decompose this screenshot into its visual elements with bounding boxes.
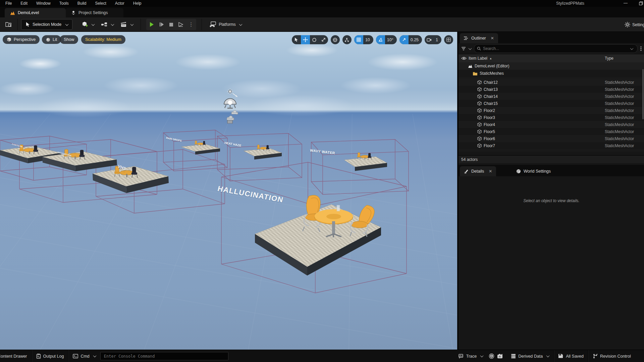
camera-icon — [427, 38, 432, 42]
minimize-button[interactable]: — — [621, 0, 631, 7]
tab-label: Project Settings — [78, 10, 108, 15]
revision-control-label: Revision Control — [600, 354, 631, 359]
move-tool-button[interactable] — [301, 35, 310, 44]
grid-snap-toggle[interactable] — [354, 35, 363, 44]
menu-item[interactable]: Actor — [115, 1, 124, 6]
menu-item[interactable]: Window — [36, 1, 51, 6]
scale-snap-control: 0.25 — [399, 35, 422, 44]
surface-snapping-button[interactable] — [342, 35, 352, 44]
scale-snap-value[interactable]: 0.25 — [409, 38, 422, 42]
all-saved-label: All Saved — [566, 354, 584, 359]
light-sprites[interactable] — [224, 88, 238, 123]
tab-outliner[interactable]: Outliner ✕ — [460, 33, 498, 43]
table-row[interactable]: Floor5 StaticMeshActor — [459, 128, 644, 135]
restore-button[interactable] — [636, 0, 644, 7]
table-row[interactable]: Chair15 StaticMeshActor — [459, 100, 644, 107]
tree-row-world[interactable]: DemoLevel (Editor) — [459, 62, 644, 70]
derived-data-dropdown[interactable]: Derived Data — [506, 350, 553, 362]
menu-item[interactable]: Build — [77, 1, 87, 6]
derived-data-label: Derived Data — [518, 354, 543, 359]
folder-icon — [473, 71, 478, 75]
content-drawer-button[interactable] — [3, 21, 14, 27]
level-icon — [468, 64, 473, 68]
tree-row-folder[interactable]: StaticMeshes — [459, 70, 644, 77]
perspective-dropdown[interactable]: Perspective — [3, 35, 40, 44]
table-row[interactable]: Chair12 StaticMeshActor — [459, 79, 644, 86]
tab-project-settings[interactable]: Project Settings — [66, 8, 123, 17]
row-type: StaticMeshActor — [605, 129, 634, 134]
table-row[interactable]: Floor2 StaticMeshActor — [459, 107, 644, 114]
rotate-tool-button[interactable] — [310, 35, 319, 44]
tab-details[interactable]: Details ✕ — [460, 166, 496, 176]
filter-icon[interactable] — [461, 47, 466, 51]
angle-snap-toggle[interactable] — [376, 35, 385, 44]
platforms-dropdown[interactable]: Platforms — [207, 21, 244, 27]
add-actor-button[interactable] — [79, 21, 96, 28]
tab-demolevel[interactable]: DemoLevel — [5, 8, 66, 17]
angle-snap-control: 10° — [376, 35, 397, 44]
settings-label: Settings — [632, 22, 644, 27]
table-row[interactable]: Floor4 StaticMeshActor — [459, 121, 644, 128]
scale-snap-toggle[interactable] — [399, 35, 409, 44]
chevron-down-icon[interactable] — [469, 47, 472, 50]
show-dropdown[interactable]: Show — [60, 35, 78, 44]
table-row[interactable]: Chair14 StaticMeshActor — [459, 93, 644, 100]
lit-dropdown[interactable]: Lit — [42, 35, 61, 44]
column-type[interactable]: Type — [605, 56, 613, 61]
angle-snap-value[interactable]: 10° — [385, 38, 397, 42]
revision-control-button[interactable]: Revision Control — [588, 350, 644, 362]
blueprints-button[interactable] — [99, 22, 116, 27]
skylight-sprite — [224, 99, 236, 109]
row-label: Floor3 — [484, 115, 495, 120]
cmd-dropdown[interactable]: Cmd — [68, 350, 100, 362]
insights-button[interactable] — [487, 350, 496, 362]
column-item-label[interactable]: Item Label — [469, 56, 487, 61]
menu-item[interactable]: Tools — [59, 1, 69, 6]
play-options-kebab[interactable]: ⋮ — [189, 21, 194, 27]
menu-item[interactable]: Edit — [20, 1, 28, 6]
content-drawer-toggle[interactable]: Content Drawer — [0, 350, 32, 362]
close-icon[interactable]: ✕ — [491, 36, 494, 41]
table-row[interactable]: Floor6 StaticMeshActor — [459, 135, 644, 142]
select-tool-button[interactable] — [292, 35, 301, 44]
settings-button[interactable]: Settings — [625, 17, 644, 32]
static-mesh-icon — [477, 143, 482, 148]
menu-item[interactable]: File — [5, 1, 12, 6]
selection-mode-dropdown[interactable]: Selection Mode — [21, 19, 72, 30]
tab-world-settings[interactable]: World Settings — [512, 166, 555, 176]
grid-snap-value[interactable]: 10 — [363, 38, 373, 42]
grid-snap-control: 10 — [354, 35, 373, 44]
add-cube-icon — [82, 21, 88, 28]
table-row[interactable]: Chair13 StaticMeshActor — [459, 86, 644, 93]
stop-button[interactable] — [169, 22, 173, 27]
scalability-label: Scalability: Medium — [85, 37, 121, 42]
frame-skip-button[interactable] — [159, 22, 164, 27]
scalability-warning-pill[interactable]: Scalability: Medium — [81, 35, 125, 44]
window-title: StylizedPPMats — [537, 0, 604, 7]
output-log-button[interactable]: Output Log — [32, 350, 68, 362]
world-space-toggle[interactable] — [331, 35, 340, 44]
close-icon[interactable]: ✕ — [489, 169, 492, 174]
viewport[interactable]: CARTOON DISTORTION VHS RAIN DROPS HEAT H… — [0, 32, 457, 350]
menu-item[interactable]: Select — [95, 1, 106, 6]
launch-button[interactable] — [178, 22, 184, 27]
restore-icon — [639, 1, 643, 5]
table-row[interactable]: Floor3 StaticMeshActor — [459, 114, 644, 121]
console-command-input[interactable] — [100, 352, 228, 360]
chevron-down-icon — [130, 22, 134, 26]
outliner-settings-icon[interactable] — [640, 46, 642, 51]
play-button[interactable] — [149, 22, 154, 27]
screenshot-button[interactable] — [496, 350, 506, 362]
camera-speed-value[interactable]: 1 — [434, 38, 441, 42]
search-input[interactable] — [474, 44, 638, 53]
camera-speed-control[interactable]: 1 — [425, 35, 441, 44]
menu-item[interactable]: Help — [133, 1, 142, 6]
all-saved-button[interactable]: All Saved — [554, 350, 588, 362]
trace-dropdown[interactable]: Trace — [454, 350, 488, 362]
cinematics-button[interactable] — [118, 22, 135, 27]
eye-icon[interactable] — [461, 57, 467, 60]
table-row[interactable]: Floor7 StaticMeshActor — [459, 142, 644, 149]
quad-view-toggle[interactable] — [444, 35, 453, 44]
scale-tool-button[interactable] — [319, 35, 328, 44]
outliner-scrollbar[interactable] — [642, 69, 644, 119]
